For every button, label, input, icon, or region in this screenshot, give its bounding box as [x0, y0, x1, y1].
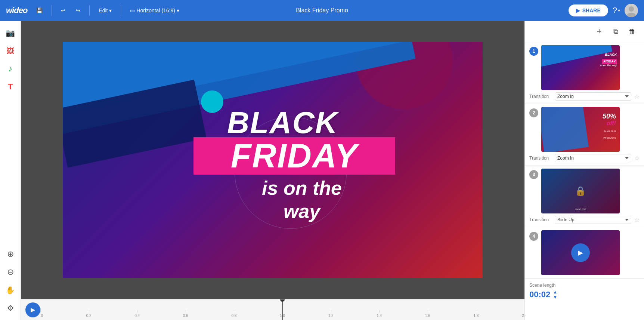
slide-thumb-row-2: 2 50% off! IN ALL OURPRODUCTS: [529, 107, 640, 152]
ruler-tick: [186, 310, 186, 313]
slide-canvas[interactable]: BLACK FRIDAY is on the way: [63, 42, 483, 278]
slide-thumb-row-3: 3 🔒 some text: [529, 169, 640, 213]
transition-select-3[interactable]: Slide Up None Zoom In Zoom Out Slide Dow…: [555, 216, 631, 224]
playhead[interactable]: [282, 299, 283, 320]
scene-length-arrows: ▲ ▼: [552, 289, 558, 300]
thumb-3-text: some text: [541, 208, 620, 210]
slide-friday-bg: FRIDAY: [193, 137, 395, 175]
share-button[interactable]: ▶ SHARE: [569, 4, 608, 16]
main-layout: 📷 🖼 ♪ T ⊕ ⊖ ✋ ⚙: [0, 21, 644, 320]
ruler-label: 0.4: [134, 314, 140, 318]
music-icon: ♪: [8, 64, 12, 74]
slide-item-1: 1 BLACK FRIDAY is on the way Transition …: [525, 42, 644, 104]
undo-button[interactable]: ↩: [58, 6, 68, 15]
edit-menu-button[interactable]: Edit ▾: [96, 6, 115, 15]
scene-length-down-button[interactable]: ▼: [552, 295, 558, 300]
thumb-3-overlay: 🔒: [541, 169, 620, 213]
help-button[interactable]: ? ▾: [613, 6, 620, 15]
duplicate-slide-button[interactable]: ⧉: [610, 25, 622, 37]
redo-button[interactable]: ↪: [73, 6, 83, 15]
ruler-tick: [428, 310, 428, 313]
settings-button[interactable]: ⚙: [3, 301, 18, 316]
left-sidebar: 📷 🖼 ♪ T ⊕ ⊖ ✋ ⚙: [0, 21, 21, 320]
teal-circle-decoration: [201, 90, 223, 113]
play-button[interactable]: ▶: [25, 302, 40, 317]
ruler-label: 0.8: [231, 314, 236, 318]
music-tool-button[interactable]: ♪: [3, 61, 18, 76]
thumb-4-play-circle: ▶: [571, 243, 590, 262]
ruler-tick: [476, 310, 476, 313]
ruler-label: 2.0: [522, 314, 524, 318]
slide-thumbnail-2[interactable]: 50% off! IN ALL OURPRODUCTS: [541, 107, 620, 152]
image-tool-button[interactable]: 🖼: [3, 43, 18, 58]
transition-select-1[interactable]: Zoom In None Zoom Out Slide Up Slide Dow…: [555, 92, 631, 101]
ruler-tick: [40, 308, 41, 313]
ruler-tick: [234, 310, 234, 313]
timeline-area: ▶ 0.00.20.40.60.81.01.21.41.61.82.0: [21, 299, 524, 320]
slide-number-3: 3: [529, 170, 538, 179]
logo: wideo: [6, 6, 27, 15]
scene-length-up-button[interactable]: ▲: [552, 289, 558, 295]
ruler-label: 1.2: [328, 314, 334, 318]
text-tool-button[interactable]: T: [3, 79, 18, 94]
topbar: wideo 💾 ↩ ↪ Edit ▾ ▭ Horizontal (16:9) ▾…: [0, 0, 644, 21]
slide-item-2: 2 50% off! IN ALL OURPRODUCTS Transition…: [525, 104, 644, 166]
favorite-button-2[interactable]: ☆: [634, 155, 640, 162]
add-slide-button[interactable]: +: [593, 25, 605, 37]
slide-thumb-row-4: 4 ▶: [529, 230, 640, 275]
save-button[interactable]: 💾: [33, 6, 46, 15]
right-panel-top: + ⧉ 🗑: [525, 21, 644, 42]
slide-text-sub[interactable]: is on the way: [227, 176, 377, 223]
canvas-wrapper[interactable]: BLACK FRIDAY is on the way: [21, 21, 524, 299]
share-icon: ▶: [576, 7, 580, 13]
transition-row-2: Transition Zoom In None Zoom Out Slide U…: [529, 154, 640, 162]
format-button[interactable]: ▭ Horizontal (16:9) ▾: [127, 6, 182, 15]
slide-thumbnail-1[interactable]: BLACK FRIDAY is on the way: [541, 45, 620, 90]
favorite-button-3[interactable]: ☆: [634, 216, 640, 224]
scene-length-label: Scene length: [529, 283, 640, 288]
scene-length-value: 00:02: [529, 290, 550, 299]
chevron-down-icon: ▾: [618, 8, 620, 13]
slide-thumbnail-3[interactable]: 🔒 some text: [541, 169, 620, 213]
slide-number-2: 2: [529, 108, 538, 117]
camera-tool-button[interactable]: 📷: [3, 25, 18, 40]
playhead-diamond: [280, 299, 285, 302]
edit-label: Edit: [99, 7, 108, 13]
share-label: SHARE: [582, 7, 601, 13]
ruler-label: 1.6: [425, 314, 430, 318]
transition-select-2[interactable]: Zoom In None Zoom Out Slide Up Slide Dow…: [555, 154, 631, 162]
format-label: Horizontal (16:9): [136, 7, 175, 13]
timeline-ruler[interactable]: 0.00.20.40.60.81.01.21.41.61.82.0: [40, 299, 524, 320]
lock-icon: 🔒: [575, 186, 586, 196]
separator: [121, 5, 121, 16]
thumb-1-text: BLACK FRIDAY is on the way: [600, 50, 617, 67]
ruler-label: 0.6: [183, 314, 188, 318]
project-title: Black Friday Promo: [296, 7, 348, 14]
transition-label-2: Transition: [529, 156, 552, 161]
chevron-down-icon: ▾: [109, 7, 112, 13]
ruler-label: 0.2: [86, 314, 92, 318]
play-icon: ▶: [31, 306, 35, 313]
slide-text-friday[interactable]: FRIDAY: [231, 139, 358, 173]
zoom-out-icon: ⊖: [7, 267, 14, 277]
avatar[interactable]: [625, 4, 638, 17]
ruler-tick: [137, 310, 137, 313]
ruler-label: 1.4: [377, 314, 382, 318]
slide-text-black[interactable]: BLACK: [227, 107, 338, 138]
slide-thumbnail-4[interactable]: ▶: [541, 230, 620, 275]
pan-tool-button[interactable]: ✋: [3, 283, 18, 298]
slide-item-4: 4 ▶: [525, 227, 644, 279]
favorite-button-1[interactable]: ☆: [634, 93, 640, 100]
slide-number-1: 1: [529, 47, 538, 56]
thumb-2-text: 50% off! IN ALL OURPRODUCTS: [603, 113, 616, 140]
play-icon: ▶: [578, 249, 583, 257]
ruler-tick: [89, 310, 89, 313]
zoom-out-button[interactable]: ⊖: [3, 265, 18, 280]
hand-icon: ✋: [6, 286, 15, 295]
zoom-in-button[interactable]: ⊕: [3, 247, 18, 262]
slide-number-4: 4: [529, 232, 538, 241]
svg-point-1: [629, 6, 634, 12]
topbar-right: ▶ SHARE ? ▾: [569, 4, 638, 17]
image-icon: 🖼: [7, 47, 14, 55]
delete-slide-button[interactable]: 🗑: [626, 25, 638, 37]
